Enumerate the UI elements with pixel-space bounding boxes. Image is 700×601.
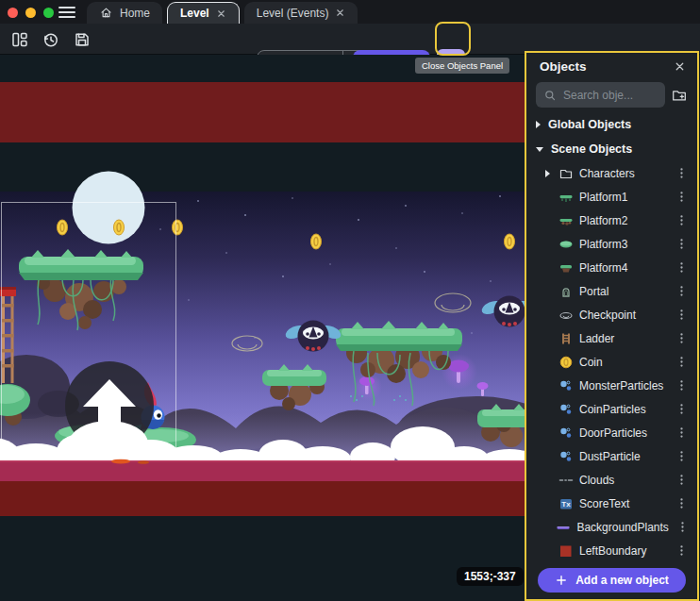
object-list-item[interactable]: DoorParticles <box>526 421 697 444</box>
panels-icon[interactable] <box>8 27 32 52</box>
particles-icon <box>558 401 574 417</box>
object-list-item[interactable]: CoinParticles <box>526 397 697 421</box>
object-list-item[interactable]: Platform4 <box>526 256 697 279</box>
object-label: Platform4 <box>579 261 665 275</box>
folder-add-icon[interactable] <box>671 87 688 104</box>
scene-editor-canvas[interactable]: Close Objects Panel 1553;-337 <box>0 55 525 601</box>
object-label: Platform2 <box>579 214 665 227</box>
object-label: Characters <box>579 167 665 180</box>
object-list-item[interactable]: Platform3 <box>526 232 697 256</box>
window-controls[interactable] <box>8 8 54 18</box>
cursor-coordinates: 1553;-337 <box>457 567 524 586</box>
object-list-item[interactable]: Ladder <box>526 326 697 350</box>
kebab-icon[interactable] <box>671 474 692 486</box>
object-list-item[interactable]: DustParticle <box>526 444 697 468</box>
object-list-item[interactable]: TxScoreText <box>526 492 697 515</box>
editor-tabs: HomeLevelLevel (Events) <box>87 2 358 24</box>
tab-level[interactable]: Level <box>167 2 240 24</box>
object-label: Platform1 <box>579 191 665 204</box>
object-list-item[interactable]: MonsterParticles <box>526 374 697 397</box>
folder-icon <box>558 165 574 181</box>
main-menu-icon[interactable] <box>58 6 75 23</box>
kebab-icon[interactable] <box>675 521 692 533</box>
object-label: Ladder <box>579 332 665 345</box>
kebab-icon[interactable] <box>671 332 692 344</box>
top-boundary-band[interactable] <box>0 82 525 142</box>
object-list-item[interactable]: LeftBoundary <box>526 539 697 562</box>
search-input[interactable]: Search obje... <box>536 82 665 108</box>
kebab-icon[interactable] <box>671 497 692 509</box>
objects-panel-title: Objects <box>540 59 587 74</box>
object-list-item[interactable]: Platform2 <box>526 209 697 232</box>
kebab-icon[interactable] <box>671 450 692 462</box>
close-icon[interactable] <box>674 60 686 73</box>
platform1-icon <box>558 189 574 205</box>
particles-icon <box>558 425 574 441</box>
platform3-icon <box>558 236 574 252</box>
kebab-icon[interactable] <box>671 214 692 226</box>
object-list-item[interactable]: Portal <box>526 279 697 303</box>
kebab-icon[interactable] <box>671 261 692 274</box>
kebab-icon[interactable] <box>671 191 692 203</box>
object-label: Checkpoint <box>579 309 665 322</box>
kebab-icon[interactable] <box>671 356 692 368</box>
plus-icon <box>555 574 568 587</box>
object-list-item[interactable]: Clouds <box>526 468 697 492</box>
search-placeholder: Search obje... <box>563 89 633 102</box>
object-label: Clouds <box>579 474 665 487</box>
home-icon <box>99 6 113 20</box>
close-tab-icon[interactable] <box>335 8 345 18</box>
object-label: DoorParticles <box>579 426 665 440</box>
object-list-item[interactable]: Coin <box>526 350 697 374</box>
ladder-icon <box>558 330 574 346</box>
kebab-icon[interactable] <box>671 379 692 392</box>
object-label: Coin <box>579 356 665 369</box>
dashes-icon <box>558 472 574 488</box>
kebab-icon[interactable] <box>671 426 692 439</box>
add-new-object-button[interactable]: Add a new object <box>538 568 686 593</box>
red-square-icon <box>558 543 574 559</box>
close-window-button[interactable] <box>8 8 18 18</box>
kebab-icon[interactable] <box>671 309 692 321</box>
kebab-icon[interactable] <box>671 403 692 415</box>
caret-right-icon <box>536 121 541 128</box>
kebab-icon[interactable] <box>671 238 692 250</box>
kebab-icon[interactable] <box>671 544 692 557</box>
moon[interactable] <box>73 172 145 244</box>
object-list-item[interactable]: Checkpoint <box>526 303 697 326</box>
search-icon <box>543 89 557 102</box>
minimize-window-button[interactable] <box>25 8 36 18</box>
group-global-objects[interactable]: Global Objects <box>526 112 697 137</box>
tab-label: Home <box>120 7 150 20</box>
checkpoint-icon <box>558 307 574 323</box>
kebab-icon[interactable] <box>671 285 692 297</box>
tab-home[interactable]: Home <box>87 2 162 24</box>
bottom-boundary-bands[interactable] <box>0 459 525 516</box>
object-label: CoinParticles <box>579 403 665 416</box>
close-tab-icon[interactable] <box>216 8 226 19</box>
save-icon[interactable] <box>70 27 94 52</box>
object-label: LeftBoundary <box>579 544 665 558</box>
object-label: MonsterParticles <box>579 379 665 392</box>
caret-right-icon[interactable] <box>545 170 550 177</box>
objects-panel: Objects Search obje... Global ObjectsSce… <box>525 51 699 601</box>
object-list-item[interactable]: Characters <box>526 161 697 185</box>
tooltip-close-objects-panel: Close Objects Panel <box>415 58 509 74</box>
add-new-object-label: Add a new object <box>575 574 669 587</box>
kebab-icon[interactable] <box>671 167 692 179</box>
history-icon[interactable] <box>39 27 63 52</box>
svg-text:Tx: Tx <box>561 500 571 509</box>
group-label: Global Objects <box>548 118 631 131</box>
object-list-item[interactable]: Platform1 <box>526 185 697 209</box>
portal-icon <box>558 283 574 299</box>
group-scene-objects[interactable]: Scene Objects <box>526 137 697 161</box>
tab-label: Level <box>180 7 209 20</box>
coin-icon <box>558 354 574 370</box>
tab-level-events[interactable]: Level (Events) <box>244 2 358 24</box>
particles-icon <box>558 377 574 393</box>
object-list-item[interactable]: BackgroundPlants <box>526 515 697 539</box>
scene-render <box>0 55 525 601</box>
maximize-window-button[interactable] <box>43 8 54 18</box>
particles-icon <box>558 448 574 464</box>
object-label: DustParticle <box>579 450 665 463</box>
